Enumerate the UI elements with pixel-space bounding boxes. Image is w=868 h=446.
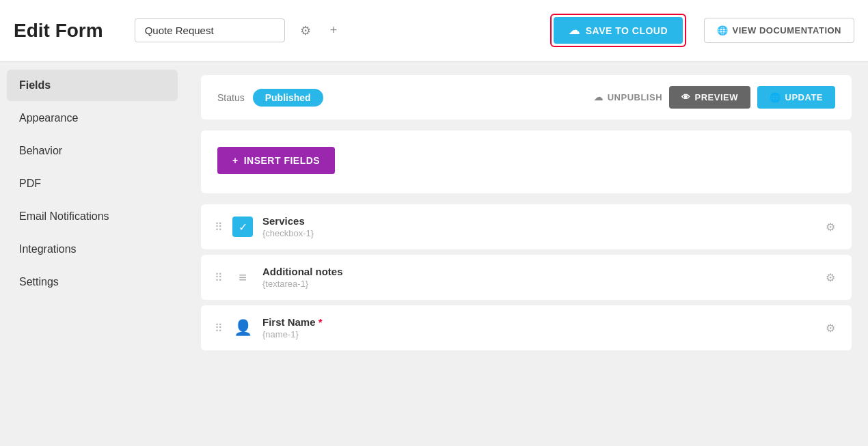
field-key-services: {checkbox-1} <box>262 228 813 238</box>
field-row-services: ⠿ ✓ Services {checkbox-1} ⚙ <box>201 204 852 249</box>
drag-handle[interactable]: ⠿ <box>215 322 223 335</box>
save-cloud-label: SAVE TO CLOUD <box>586 25 668 36</box>
save-cloud-btn-wrapper: ☁ SAVE TO CLOUD <box>550 14 686 47</box>
field-settings-button-first-name[interactable]: ⚙ <box>823 319 838 337</box>
sidebar-item-settings[interactable]: Settings <box>7 266 178 298</box>
fields-list: ⠿ ✓ Services {checkbox-1} ⚙ ⠿ ≡ Addition… <box>201 204 852 350</box>
sidebar-item-appearance[interactable]: Appearance <box>7 102 178 134</box>
unpublish-button[interactable]: ☁ UNPUBLISH <box>594 92 662 102</box>
field-info-first-name: First Name * {name-1} <box>262 316 813 339</box>
page-title: Edit Form <box>14 20 103 42</box>
settings-icon-button[interactable]: ⚙ <box>296 19 315 42</box>
status-actions: ☁ UNPUBLISH 👁 PREVIEW 🌐 UPDATE <box>594 86 835 109</box>
field-name-services: Services <box>262 215 813 227</box>
view-doc-label: VIEW DOCUMENTATION <box>733 25 841 36</box>
person-icon: 👤 <box>232 318 253 338</box>
sidebar-item-email-notifications[interactable]: Email Notifications <box>7 201 178 232</box>
update-label: UPDATE <box>785 92 823 102</box>
sidebar-item-fields[interactable]: Fields <box>7 70 178 101</box>
checkbox-icon: ✓ <box>232 217 253 237</box>
field-key-additional-notes: {textarea-1} <box>262 279 813 289</box>
sidebar-item-pdf[interactable]: PDF <box>7 168 178 199</box>
drag-handle[interactable]: ⠿ <box>215 271 223 284</box>
body: Fields Appearance Behavior PDF Email Not… <box>0 61 868 446</box>
sidebar-item-integrations[interactable]: Integrations <box>7 234 178 265</box>
sidebar: Fields Appearance Behavior PDF Email Not… <box>0 61 185 446</box>
field-info-services: Services {checkbox-1} <box>262 215 813 238</box>
plus-icon: + <box>232 155 239 166</box>
status-bar: Status Published ☁ UNPUBLISH 👁 PREVIEW 🌐… <box>201 75 852 120</box>
view-documentation-button[interactable]: 🌐 VIEW DOCUMENTATION <box>704 18 854 43</box>
field-name-first-name: First Name * <box>262 316 813 328</box>
preview-button[interactable]: 👁 PREVIEW <box>669 86 750 109</box>
required-star: * <box>318 316 323 328</box>
save-cloud-button[interactable]: ☁ SAVE TO CLOUD <box>554 17 683 44</box>
field-info-additional-notes: Additional notes {textarea-1} <box>262 266 813 289</box>
globe-update-icon: 🌐 <box>770 92 781 102</box>
insert-fields-label: INSERT FIELDS <box>244 155 321 166</box>
published-badge: Published <box>253 89 323 107</box>
unpublish-cloud-icon: ☁ <box>594 92 603 102</box>
unpublish-label: UNPUBLISH <box>608 92 662 102</box>
status-label: Status <box>217 92 245 103</box>
cloud-upload-icon: ☁ <box>569 24 580 37</box>
preview-label: PREVIEW <box>695 92 738 102</box>
field-name-additional-notes: Additional notes <box>262 266 813 277</box>
field-settings-button-additional-notes[interactable]: ⚙ <box>823 268 838 287</box>
insert-fields-button[interactable]: + INSERT FIELDS <box>217 147 335 174</box>
globe-icon: 🌐 <box>717 25 729 36</box>
add-icon-button[interactable]: + <box>326 19 342 42</box>
field-settings-button-services[interactable]: ⚙ <box>823 218 838 236</box>
header: Edit Form ⚙ + ☁ SAVE TO CLOUD 🌐 VIEW DOC… <box>0 0 868 61</box>
main-content: Status Published ☁ UNPUBLISH 👁 PREVIEW 🌐… <box>185 61 868 446</box>
insert-fields-area: + INSERT FIELDS <box>201 130 852 193</box>
textarea-icon: ≡ <box>232 267 253 288</box>
field-row-first-name: ⠿ 👤 First Name * {name-1} ⚙ <box>201 305 852 350</box>
form-name-input[interactable] <box>135 18 285 42</box>
update-button[interactable]: 🌐 UPDATE <box>757 86 835 109</box>
sidebar-item-behavior[interactable]: Behavior <box>7 135 178 167</box>
field-key-first-name: {name-1} <box>262 329 813 339</box>
field-row-additional-notes: ⠿ ≡ Additional notes {textarea-1} ⚙ <box>201 255 852 300</box>
eye-icon: 👁 <box>681 92 691 102</box>
drag-handle[interactable]: ⠿ <box>215 221 223 234</box>
